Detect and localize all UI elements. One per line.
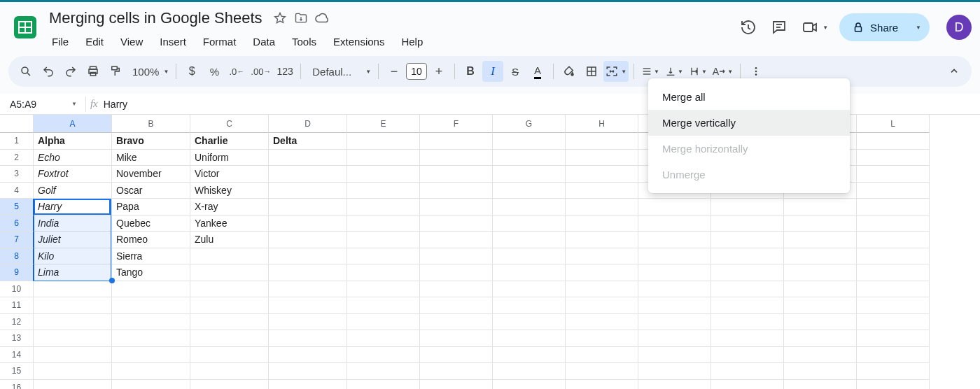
namebox-caret-icon[interactable]: ▼: [67, 101, 81, 107]
cell[interactable]: [566, 232, 638, 248]
cell[interactable]: [857, 199, 930, 215]
merge-vertically-option[interactable]: Merge vertically: [648, 110, 850, 136]
cell[interactable]: [857, 232, 930, 248]
row-header[interactable]: 11: [0, 297, 34, 314]
cell[interactable]: Whiskey: [190, 183, 269, 199]
cell[interactable]: [638, 281, 711, 298]
cell[interactable]: [34, 330, 112, 347]
cell[interactable]: [784, 215, 857, 232]
cell[interactable]: [711, 297, 784, 314]
format-currency-icon[interactable]: $: [181, 61, 202, 82]
cell[interactable]: [566, 347, 638, 364]
cell[interactable]: [190, 363, 269, 380]
cell[interactable]: [420, 232, 493, 248]
menu-view[interactable]: View: [113, 33, 150, 50]
cell[interactable]: [566, 363, 638, 380]
column-header[interactable]: G: [493, 115, 566, 133]
cell[interactable]: India: [34, 215, 112, 232]
cell[interactable]: [784, 380, 857, 390]
history-icon[interactable]: [738, 17, 758, 37]
cell[interactable]: [493, 150, 566, 167]
document-title[interactable]: Merging cells in Google Sheets: [45, 8, 267, 29]
cell[interactable]: Echo: [34, 150, 112, 167]
cell[interactable]: Uniform: [190, 150, 269, 167]
cell[interactable]: [638, 380, 711, 390]
meet-caret-icon[interactable]: ▼: [822, 24, 828, 31]
column-header[interactable]: L: [857, 115, 930, 133]
cell[interactable]: [784, 330, 857, 347]
cell[interactable]: [112, 314, 190, 331]
cell[interactable]: Yankee: [190, 215, 269, 232]
cell[interactable]: Juliet: [34, 232, 112, 248]
cell[interactable]: Romeo: [112, 232, 190, 248]
cell[interactable]: [784, 232, 857, 248]
cell[interactable]: [269, 281, 347, 298]
cell[interactable]: [190, 314, 269, 331]
cell[interactable]: [638, 215, 711, 232]
star-icon[interactable]: [272, 10, 288, 26]
cell[interactable]: [857, 281, 930, 298]
row-header[interactable]: 15: [0, 363, 34, 380]
cell[interactable]: [269, 330, 347, 347]
cloud-status-icon[interactable]: [314, 10, 330, 26]
cell[interactable]: X-ray: [190, 199, 269, 215]
cell[interactable]: [493, 281, 566, 298]
cell[interactable]: Delta: [269, 133, 347, 150]
cell[interactable]: [420, 363, 493, 380]
cell[interactable]: [190, 281, 269, 298]
cell[interactable]: [347, 166, 420, 183]
column-header[interactable]: C: [190, 115, 269, 133]
cell[interactable]: [347, 297, 420, 314]
row-header[interactable]: 7: [0, 232, 34, 248]
cell[interactable]: [420, 183, 493, 199]
cell[interactable]: [711, 330, 784, 347]
column-header[interactable]: H: [566, 115, 638, 133]
cell[interactable]: [420, 380, 493, 390]
cell[interactable]: [420, 314, 493, 331]
cell[interactable]: [493, 183, 566, 199]
row-header[interactable]: 10: [0, 281, 34, 298]
cell[interactable]: [347, 347, 420, 364]
cell[interactable]: [566, 183, 638, 199]
cell[interactable]: [566, 248, 638, 265]
cell[interactable]: [857, 150, 930, 167]
cell[interactable]: [784, 264, 857, 281]
cell[interactable]: Sierra: [112, 248, 190, 265]
cell[interactable]: [638, 297, 711, 314]
merge-all-option[interactable]: Merge all: [648, 84, 850, 110]
cell[interactable]: [420, 133, 493, 150]
cell[interactable]: [784, 347, 857, 364]
cell[interactable]: [711, 281, 784, 298]
cell[interactable]: [190, 330, 269, 347]
menu-tools[interactable]: Tools: [285, 33, 323, 50]
cell[interactable]: [420, 166, 493, 183]
cell[interactable]: [493, 248, 566, 265]
cell[interactable]: [34, 281, 112, 298]
selection-handle[interactable]: [109, 278, 115, 283]
row-header[interactable]: 2: [0, 150, 34, 167]
cell[interactable]: [347, 330, 420, 347]
cell[interactable]: [493, 232, 566, 248]
row-header[interactable]: 14: [0, 347, 34, 364]
cell[interactable]: [857, 363, 930, 380]
cell[interactable]: [711, 314, 784, 331]
row-header[interactable]: 1: [0, 133, 34, 150]
cell[interactable]: [711, 380, 784, 390]
borders-icon[interactable]: [581, 61, 602, 82]
cell[interactable]: [34, 314, 112, 331]
menu-help[interactable]: Help: [394, 33, 430, 50]
cell[interactable]: [112, 330, 190, 347]
menu-extensions[interactable]: Extensions: [326, 33, 391, 50]
cell[interactable]: Oscar: [112, 183, 190, 199]
cell[interactable]: Harry: [34, 199, 112, 215]
cell[interactable]: [857, 133, 930, 150]
cell[interactable]: Lima: [34, 264, 112, 281]
cell[interactable]: [112, 363, 190, 380]
cell[interactable]: [493, 199, 566, 215]
collapse-toolbar-icon[interactable]: [944, 61, 965, 82]
cell[interactable]: [420, 248, 493, 265]
cell[interactable]: [566, 314, 638, 331]
cell[interactable]: [493, 297, 566, 314]
decrease-decimal-icon[interactable]: .0←: [226, 61, 247, 82]
cell[interactable]: [34, 297, 112, 314]
